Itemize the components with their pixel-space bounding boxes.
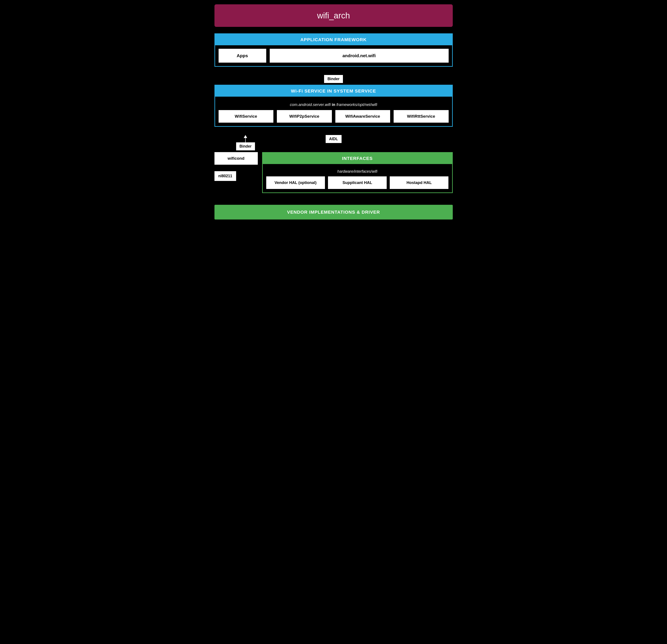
binder-aidl-connector-row: Binder AIDL <box>214 133 453 152</box>
spacer <box>214 199 453 205</box>
interfaces-section: INTERFACES hardware/interfaces/wifi Vend… <box>262 152 453 193</box>
wifi-service-section: Wi-Fi SERVICE IN SYSTEM SERVICE com.andr… <box>214 85 453 127</box>
wifi-service-body: com.android.server.wifi in frameworks/op… <box>215 97 452 126</box>
nl80211-box: nl80211 <box>214 171 236 181</box>
page-container: wifi_arch APPLICATION FRAMEWORK Apps and… <box>214 4 453 220</box>
aidl-label: AIDL <box>326 135 341 143</box>
page-title: wifi_arch <box>214 4 453 27</box>
wifi-service-subtitle-bold: in <box>330 102 337 107</box>
app-framework-header: APPLICATION FRAMEWORK <box>215 34 452 45</box>
interfaces-wificond-row: wificond nl80211 INTERFACES hardware/int… <box>214 152 453 193</box>
wificond-column: wificond nl80211 <box>214 152 262 193</box>
interfaces-body: hardware/interfaces/wifi Vendor HAL (opt… <box>263 164 452 192</box>
binder-label-2: Binder <box>236 142 255 150</box>
android-net-wifi-box: android.net.wifi <box>270 49 449 63</box>
wifi-service-subtitle-italic1: com.android.server.wifi <box>290 102 330 107</box>
arrow-up-wrapper: Binder <box>236 135 255 150</box>
service-boxes-row: WifiService WifiP2pService WifiAwareServ… <box>218 110 449 123</box>
wifi-rtt-service-box: WifiRttService <box>394 110 449 123</box>
supplicant-hal-box: Supplicant HAL <box>328 176 387 189</box>
arrow-line <box>245 138 246 142</box>
wifi-service-box: WifiService <box>218 110 274 123</box>
wificond-box: wificond <box>214 152 258 165</box>
wifi-aware-service-box: WifiAwareService <box>335 110 390 123</box>
interfaces-subtitle: hardware/interfaces/wifi <box>266 167 449 176</box>
wifi-service-header: Wi-Fi SERVICE IN SYSTEM SERVICE <box>215 85 452 97</box>
binder-connector-1: Binder <box>214 73 453 85</box>
vendor-hal-box: Vendor HAL (optional) <box>266 176 325 189</box>
hal-boxes-row: Vendor HAL (optional) Supplicant HAL Hos… <box>266 176 449 189</box>
hostapd-hal-box: Hostapd HAL <box>390 176 449 189</box>
wifi-p2p-service-box: WifiP2pService <box>277 110 332 123</box>
interfaces-header: INTERFACES <box>263 153 452 164</box>
binder-label-1: Binder <box>324 75 343 83</box>
apps-box: Apps <box>218 49 266 63</box>
app-framework-body: Apps android.net.wifi <box>215 45 452 66</box>
wifi-service-subtitle: com.android.server.wifi in frameworks/op… <box>218 100 449 110</box>
app-framework-section: APPLICATION FRAMEWORK Apps android.net.w… <box>214 33 453 67</box>
arrow-up-icon <box>244 135 247 138</box>
aidl-label-wrapper: AIDL <box>326 135 341 143</box>
wifi-service-subtitle-italic2: frameworks/opt/net/wifi <box>337 102 377 107</box>
vendor-bar: VENDOR IMPLEMENTATIONS & DRIVER <box>214 205 453 220</box>
